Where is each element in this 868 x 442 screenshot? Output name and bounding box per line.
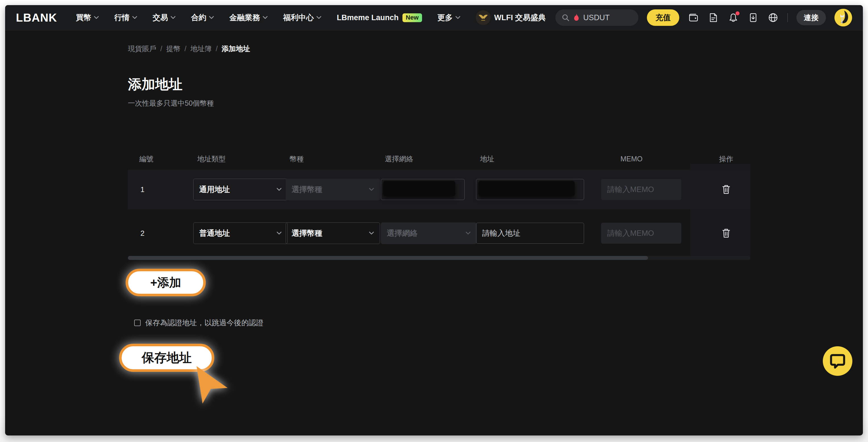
verify-address-label: 保存為認證地址，以跳過今後的認證 [145,318,264,328]
nav-item-label: 買幣 [76,12,91,23]
breadcrumb-address-book[interactable]: 地址簿 [190,44,212,54]
support-chat-button[interactable] [823,346,852,376]
search-icon [562,13,569,22]
nav-item-futures[interactable]: 合約 [191,12,214,23]
network-select: 選擇網絡 [381,222,477,244]
nav-item-rewards[interactable]: 福利中心 [283,12,321,23]
address-type-select[interactable]: 通用地址 [193,179,288,200]
breadcrumb-separator: / [160,44,162,53]
page-content: 現貨賬戶 / 提幣 / 地址簿 / 添加地址 添加地址 一次性最多只選中50個幣… [5,30,863,436]
delete-row-icon[interactable] [722,228,731,238]
network-placeholder: 選擇網絡 [387,228,417,238]
page-subtitle: 一次性最多只選中50個幣種 [128,99,214,108]
col-header-no: 編號 [128,154,193,164]
app-window: LBANK 買幣 行情 交易 合約 金融業務 福利 [5,5,863,436]
nav-item-label: 福利中心 [283,12,314,23]
chevron-down-icon [369,231,374,235]
chevron-down-icon [316,16,321,19]
wlfi-eagle-icon [476,10,491,25]
memo-input [601,223,681,244]
chevron-down-icon [132,16,137,19]
address-type-value: 普通地址 [199,228,230,238]
horizontal-scrollbar-thumb[interactable] [128,256,648,260]
col-header-address-type: 地址類型 [193,154,286,164]
currency-select[interactable]: 選擇幣種 [286,222,380,244]
nav-item-label: 行情 [114,12,130,23]
nav-item-lbmeme-launch[interactable]: LBmeme Launch New [337,13,422,22]
chevron-down-icon [262,16,268,19]
nav-item-markets[interactable]: 行情 [114,12,137,23]
main-menu: 買幣 行情 交易 合約 金融業務 福利中心 [76,10,546,25]
address-input[interactable] [476,223,584,244]
nav-item-finance[interactable]: 金融業務 [229,12,268,23]
wallet-icon[interactable] [688,12,699,23]
avatar[interactable] [834,9,852,26]
memo-input [601,179,681,200]
breadcrumb-current: 添加地址 [222,44,250,54]
delete-row-icon[interactable] [722,184,731,195]
nav-item-label: 更多 [437,12,453,23]
currency-placeholder: 選擇幣種 [291,228,322,238]
table-row: 1 通用地址 選擇幣種 [128,169,750,209]
notifications-bell-icon[interactable] [727,12,739,23]
nav-divider [787,13,788,22]
connect-wallet-button[interactable]: 連接 [796,10,826,25]
app-download-icon[interactable] [747,12,759,23]
verify-address-row: 保存為認證地址，以跳過今後的認證 [134,318,264,328]
table-header-row: 編號 地址類型 幣種 選擇網絡 地址 MEMO 操作 [128,153,750,164]
orders-document-icon[interactable] [708,12,719,23]
nav-item-more[interactable]: 更多 [437,12,460,23]
chevron-down-icon [466,231,471,235]
nav-right: USDUT 充值 連接 [555,9,852,26]
lbank-logo[interactable]: LBANK [16,11,57,24]
chevron-down-icon [94,16,99,19]
col-header-network: 選擇網絡 [381,154,476,164]
nav-item-label: 交易 [153,12,168,23]
col-header-operation: 操作 [702,154,750,164]
top-nav: LBANK 買幣 行情 交易 合約 金融業務 福利 [5,5,863,30]
add-row-button[interactable]: +添加 [126,269,206,296]
redaction-overlay [383,181,455,196]
col-header-address: 地址 [476,154,601,164]
page-title: 添加地址 [128,75,183,93]
breadcrumb: 現貨賬戶 / 提幣 / 地址簿 / 添加地址 [128,44,250,54]
breadcrumb-spot-account[interactable]: 現貨賬戶 [128,44,156,54]
deposit-button[interactable]: 充值 [647,9,679,26]
table-row: 2 普通地址 選擇幣種 選擇網絡 [128,214,750,253]
row-number: 2 [128,229,193,238]
hot-flame-icon [573,13,580,22]
address-input-redacted[interactable] [476,179,584,200]
currency-placeholder: 選擇幣種 [291,184,322,195]
address-type-select[interactable]: 普通地址 [193,222,288,244]
chevron-down-icon [277,188,282,191]
nav-item-label: WLFI 交易盛典 [494,12,546,23]
chevron-down-icon [209,16,214,19]
search-hot-term: USDUT [583,13,610,22]
row-number: 1 [128,185,193,194]
chevron-down-icon [277,231,282,235]
redaction-overlay [478,181,575,196]
horizontal-scrollbar-track [128,256,750,260]
search-box[interactable]: USDUT [555,9,638,26]
notification-dot [736,11,740,15]
nav-item-label: LBmeme Launch [337,13,399,22]
breadcrumb-withdraw[interactable]: 提幣 [166,44,181,54]
nav-item-wlfi-event[interactable]: WLFI 交易盛典 [476,10,546,25]
chevron-down-icon [369,188,374,191]
breadcrumb-separator: / [216,44,218,53]
nav-item-buy[interactable]: 買幣 [76,12,99,23]
breadcrumb-separator: / [184,44,186,53]
col-header-currency: 幣種 [286,154,381,164]
verify-address-checkbox[interactable] [134,320,141,326]
chevron-down-icon [170,16,176,19]
address-type-value: 通用地址 [199,184,230,195]
chevron-down-icon [455,16,460,19]
new-badge: New [402,13,422,22]
col-header-memo: MEMO [601,155,702,163]
nav-item-label: 合約 [191,12,206,23]
nav-item-trade[interactable]: 交易 [153,12,176,23]
language-globe-icon[interactable] [767,12,779,23]
nav-item-label: 金融業務 [229,12,260,23]
network-input-redacted[interactable] [381,179,465,200]
chat-icon [829,353,846,369]
